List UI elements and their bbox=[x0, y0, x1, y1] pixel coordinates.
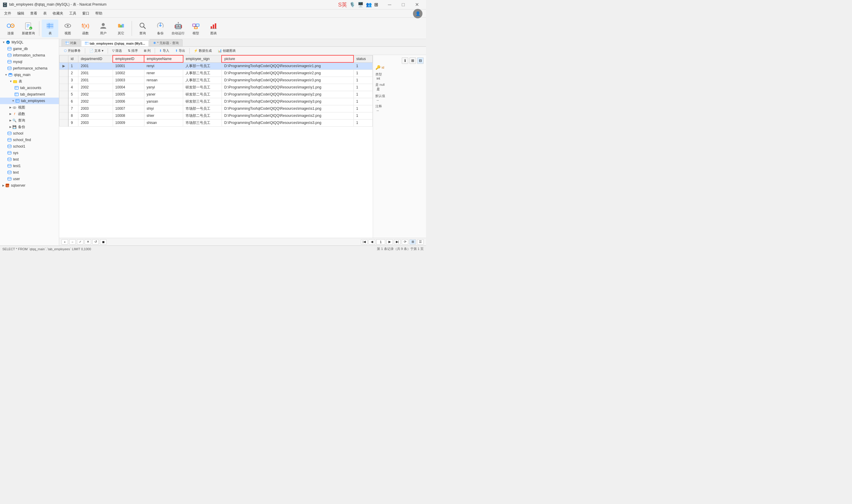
sidebar-item-backup-folder[interactable]: ▶ 💾 备份 bbox=[0, 124, 59, 130]
cell-picture[interactable]: D:\ProgrammingTool\qtCode\QtQQ\Resources… bbox=[222, 91, 354, 98]
table-row[interactable]: 3200110003rensan人事部三号员工D:\ProgrammingToo… bbox=[59, 77, 373, 84]
cell-employeeid[interactable]: 10008 bbox=[113, 112, 144, 119]
cell-employee_sign[interactable]: 人事部一号员工 bbox=[183, 62, 222, 70]
cell-status[interactable]: 1 bbox=[354, 105, 373, 112]
sort-btn[interactable]: ⇅ 排序 bbox=[125, 48, 140, 54]
menu-edit[interactable]: 编辑 bbox=[14, 10, 27, 17]
cell-employeename[interactable]: yansan bbox=[144, 98, 183, 105]
sidebar-item-mysql-db[interactable]: mysql bbox=[0, 58, 59, 65]
cell-employeeid[interactable]: 10009 bbox=[113, 119, 144, 126]
sidebar-item-sys[interactable]: sys bbox=[0, 150, 59, 156]
begin-transaction-btn[interactable]: ⬡ 开始事务 bbox=[61, 48, 83, 54]
cell-picture[interactable]: D:\ProgrammingTool\qtCode\QtQQ\Resources… bbox=[222, 98, 354, 105]
col-header-status[interactable]: status bbox=[354, 55, 373, 62]
minimize-button[interactable]: ─ bbox=[383, 0, 396, 10]
sidebar-item-view-folder[interactable]: ▶ 视图 bbox=[0, 104, 59, 111]
sidebar-item-information-schema[interactable]: information_schema bbox=[0, 52, 59, 58]
panel-grid-btn[interactable]: ⊞ bbox=[410, 57, 416, 64]
tab-employees-table[interactable]: tab_employees @qtqq_main (MyS... bbox=[81, 40, 149, 47]
add-record-btn[interactable]: + bbox=[61, 239, 68, 245]
cell-status[interactable]: 1 bbox=[354, 91, 373, 98]
cell-status[interactable]: 1 bbox=[354, 70, 373, 77]
menu-favorites[interactable]: 收藏夹 bbox=[50, 10, 66, 17]
cell-picture[interactable]: D:\ProgrammingTool\qtCode\QtQQ\Resources… bbox=[222, 105, 354, 112]
cell-employeeid[interactable]: 10005 bbox=[113, 91, 144, 98]
menu-window[interactable]: 窗口 bbox=[79, 10, 92, 17]
menu-view[interactable]: 查看 bbox=[27, 10, 40, 17]
cell-id[interactable]: 8 bbox=[68, 112, 78, 119]
toolbar-table[interactable]: 表 bbox=[42, 19, 58, 37]
cell-employeename[interactable]: renyi bbox=[144, 62, 183, 70]
cell-employee_sign[interactable]: 市场部二号员工 bbox=[183, 112, 222, 119]
cell-id[interactable]: 1 bbox=[68, 62, 78, 70]
cell-employeename[interactable]: rensan bbox=[144, 77, 183, 84]
table-row[interactable]: 5200210005yaner研发部二号员工D:\ProgrammingTool… bbox=[59, 91, 373, 98]
cell-status[interactable]: 1 bbox=[354, 62, 373, 70]
sidebar-item-func-folder[interactable]: ▶ f 函数 bbox=[0, 111, 59, 117]
cell-status[interactable]: 1 bbox=[354, 112, 373, 119]
sidebar-item-test[interactable]: test bbox=[0, 156, 59, 163]
sidebar-item-school1[interactable]: school1 bbox=[0, 143, 59, 150]
toolbar-query[interactable]: 查询 bbox=[134, 19, 151, 37]
sidebar-item-tab-department[interactable]: tab_department bbox=[0, 91, 59, 97]
text-btn[interactable]: 📄 文本 ▾ bbox=[87, 48, 106, 54]
cell-id[interactable]: 3 bbox=[68, 77, 78, 84]
table-row[interactable]: ▶1200110001renyi人事部一号员工D:\ProgrammingToo… bbox=[59, 62, 373, 70]
cell-employeeid[interactable]: 10003 bbox=[113, 77, 144, 84]
toolbar-new-query[interactable]: + 新建查询 bbox=[20, 19, 37, 37]
toolbar-auto-run[interactable]: 🤖 自动运行 bbox=[170, 19, 186, 37]
cell-picture[interactable]: D:\ProgrammingTool\qtCode\QtQQ\Resources… bbox=[222, 62, 354, 70]
import-btn[interactable]: ⬇ 导入 bbox=[157, 48, 171, 54]
cell-departmentid[interactable]: 2001 bbox=[78, 70, 113, 77]
col-header-departmentid[interactable]: departmentID bbox=[78, 55, 113, 62]
cell-employeename[interactable]: yaner bbox=[144, 91, 183, 98]
col-header-employee-sign[interactable]: employee_sign bbox=[183, 55, 222, 62]
toolbar-function[interactable]: f(x) 函数 bbox=[77, 19, 94, 37]
sidebar-item-mysql[interactable]: ▼ M MySQL bbox=[0, 39, 59, 46]
sidebar-item-school[interactable]: school bbox=[0, 130, 59, 137]
cell-employeename[interactable]: shisan bbox=[144, 119, 183, 126]
stop-btn[interactable]: ⏹ bbox=[100, 239, 107, 245]
cell-employeeid[interactable]: 10001 bbox=[113, 62, 144, 70]
cell-employeename[interactable]: shier bbox=[144, 112, 183, 119]
sidebar-item-test1[interactable]: test1 bbox=[0, 163, 59, 169]
cell-employeeid[interactable]: 10006 bbox=[113, 98, 144, 105]
sidebar-item-sqlserver[interactable]: ▶ SQL sqlserver bbox=[0, 182, 59, 189]
delete-record-btn[interactable]: − bbox=[69, 239, 76, 245]
cell-departmentid[interactable]: 2003 bbox=[78, 105, 113, 112]
menu-help[interactable]: 帮助 bbox=[92, 10, 105, 17]
tab-untitled-query[interactable]: ✱ * 无标题 - 查询 bbox=[149, 39, 182, 47]
cell-id[interactable]: 9 bbox=[68, 119, 78, 126]
table-row[interactable]: 2200110002rener人事部二号员工D:\ProgrammingTool… bbox=[59, 70, 373, 77]
toolbar-model[interactable]: 模型 bbox=[187, 19, 204, 37]
toolbar-chart[interactable]: 图表 bbox=[205, 19, 222, 37]
cell-id[interactable]: 2 bbox=[68, 70, 78, 77]
toolbar-backup[interactable]: 备份 bbox=[152, 19, 169, 37]
cell-departmentid[interactable]: 2003 bbox=[78, 119, 113, 126]
maximize-button[interactable]: □ bbox=[396, 0, 410, 10]
cell-id[interactable]: 5 bbox=[68, 91, 78, 98]
cell-status[interactable]: 1 bbox=[354, 98, 373, 105]
table-row[interactable]: 4200210004yanyi研发部一号员工D:\ProgrammingTool… bbox=[59, 84, 373, 91]
col-header-employeename[interactable]: employeeName bbox=[144, 55, 183, 62]
cell-employeeid[interactable]: 10002 bbox=[113, 70, 144, 77]
table-row[interactable]: 9200310009shisan市场部三号员工D:\ProgrammingToo… bbox=[59, 119, 373, 126]
cell-departmentid[interactable]: 2003 bbox=[78, 112, 113, 119]
user-avatar[interactable]: 👤 bbox=[413, 9, 422, 18]
confirm-btn[interactable]: ✓ bbox=[77, 239, 84, 245]
cell-status[interactable]: 1 bbox=[354, 77, 373, 84]
grid-view-btn[interactable]: ⊞ bbox=[410, 239, 416, 245]
cell-picture[interactable]: D:\ProgrammingTool\qtCode\QtQQ\Resources… bbox=[222, 84, 354, 91]
table-row[interactable]: 8200310008shier市场部二号员工D:\ProgrammingTool… bbox=[59, 112, 373, 119]
reload-btn[interactable]: ⟳ bbox=[402, 239, 408, 245]
create-chart-btn[interactable]: 📊 创建图表 bbox=[215, 48, 238, 54]
cell-departmentid[interactable]: 2001 bbox=[78, 62, 113, 70]
filter-btn[interactable]: ▽ 筛选 bbox=[110, 48, 124, 54]
sidebar-item-school-find[interactable]: school_find bbox=[0, 137, 59, 143]
toolbar-other[interactable]: 其它 bbox=[113, 19, 129, 37]
panel-info-btn[interactable]: ℹ bbox=[402, 57, 408, 64]
sidebar-item-qtqq-main[interactable]: ▼ qtqq_main bbox=[0, 72, 59, 78]
toolbar-view[interactable]: 视图 bbox=[59, 19, 76, 37]
cell-picture[interactable]: D:\ProgrammingTool\qtCode\QtQQ\Resources… bbox=[222, 119, 354, 126]
cell-departmentid[interactable]: 2002 bbox=[78, 98, 113, 105]
